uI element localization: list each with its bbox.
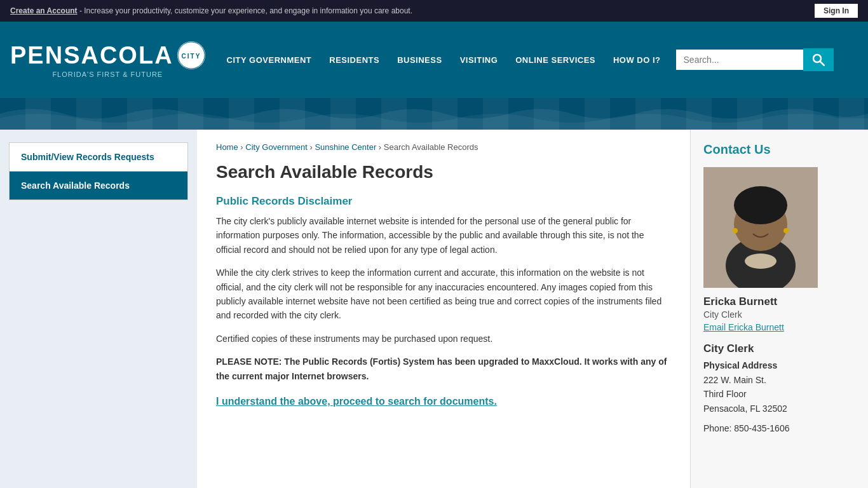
nav-link-business[interactable]: BUSINESS — [388, 22, 451, 98]
search-icon — [812, 53, 825, 66]
paragraph-3: Certified copies of these instruments ma… — [216, 332, 671, 346]
content-wrapper: Submit/View Records Requests Search Avai… — [0, 130, 868, 488]
nav-link-online-services[interactable]: ONLINE SERVICES — [506, 22, 604, 98]
nav-link-residents[interactable]: RESIDENTS — [320, 22, 388, 98]
sidebar-link-submit[interactable]: Submit/View Records Requests — [10, 143, 187, 171]
contact-role: City Clerk — [703, 309, 855, 320]
proceed-link[interactable]: I understand the above, proceed to searc… — [216, 396, 497, 407]
main-content: Home › City Government › Sunshine Center… — [197, 130, 690, 488]
breadcrumb-city-gov[interactable]: City Government — [245, 142, 308, 152]
breadcrumb-sep-3: › — [379, 142, 384, 152]
breadcrumb-current: Search Available Records — [384, 142, 478, 152]
svg-point-7 — [734, 186, 787, 224]
contact-address-title: Physical Address — [703, 360, 855, 370]
page-title: Search Available Records — [216, 162, 671, 182]
wave-banner — [0, 98, 868, 130]
top-bar-text: - Increase your productivity, customize … — [78, 6, 412, 15]
sidebar: Submit/View Records Requests Search Avai… — [0, 130, 197, 488]
svg-point-8 — [733, 228, 738, 233]
city-name: PENSACOLA — [10, 43, 173, 67]
logo-area: PENSACOLA CITY FLORIDA'S FIRST & FUTURE — [10, 41, 205, 78]
contact-email-link[interactable]: Email Ericka Burnett — [703, 322, 855, 332]
logo-text: PENSACOLA CITY — [10, 41, 205, 69]
nav-item-city-gov[interactable]: CITY GOVERNMENT — [218, 22, 321, 98]
sidebar-menu: Submit/View Records Requests Search Avai… — [9, 142, 188, 200]
paragraph-1: The city clerk's publicly available inte… — [216, 214, 671, 257]
nav-link-visiting[interactable]: VISITING — [451, 22, 507, 98]
svg-point-10 — [745, 254, 776, 269]
nav-item-how-do-i[interactable]: HOW DO I? — [604, 22, 670, 98]
disclaimer-title: Public Records Disclaimer — [216, 195, 671, 208]
breadcrumb-home[interactable]: Home — [216, 142, 238, 152]
svg-point-9 — [783, 228, 789, 233]
nav-link-city-gov[interactable]: CITY GOVERNMENT — [218, 22, 321, 98]
sidebar-link-search[interactable]: Search Available Records — [10, 172, 187, 200]
nav-items: CITY GOVERNMENT RESIDENTS BUSINESS VISIT… — [218, 22, 670, 98]
contact-name: Ericka Burnett — [703, 295, 855, 308]
header: PENSACOLA CITY FLORIDA'S FIRST & FUTURE … — [0, 22, 868, 98]
address-line2: Third Floor — [703, 389, 747, 399]
create-account-link[interactable]: Create an Account — [10, 6, 78, 15]
nav-item-online-services[interactable]: ONLINE SERVICES — [506, 22, 604, 98]
search-area — [676, 48, 834, 71]
logo-subtitle: FLORIDA'S FIRST & FUTURE — [52, 71, 163, 78]
svg-text:CITY: CITY — [181, 53, 201, 60]
top-bar-message: Create an Account - Increase your produc… — [10, 6, 412, 15]
city-seal: CITY — [177, 41, 205, 69]
breadcrumb-sunshine[interactable]: Sunshine Center — [315, 142, 376, 152]
contact-photo — [703, 167, 818, 288]
paragraph-2: While the city clerk strives to keep the… — [216, 266, 671, 323]
search-button[interactable] — [803, 48, 834, 71]
nav-item-visiting[interactable]: VISITING — [451, 22, 507, 98]
address-line3: Pensacola, FL 32502 — [703, 403, 787, 414]
note-text: PLEASE NOTE: The Public Records (Fortis)… — [216, 355, 671, 383]
right-panel: Contact Us Ericka Burnett City Cler — [690, 130, 868, 488]
contact-phone: Phone: 850-435-1606 — [703, 423, 855, 433]
breadcrumb: Home › City Government › Sunshine Center… — [216, 142, 671, 152]
sidebar-item-submit[interactable]: Submit/View Records Requests — [10, 143, 187, 172]
contact-section-title: City Clerk — [703, 342, 855, 355]
sidebar-item-search[interactable]: Search Available Records — [10, 172, 187, 200]
main-nav: CITY GOVERNMENT RESIDENTS BUSINESS VISIT… — [218, 22, 858, 98]
sign-in-button[interactable]: Sign In — [815, 4, 858, 18]
svg-line-3 — [820, 62, 824, 65]
contact-address: 222 W. Main St. Third Floor Pensacola, F… — [703, 373, 855, 416]
top-bar: Create an Account - Increase your produc… — [0, 0, 868, 22]
nav-item-business[interactable]: BUSINESS — [388, 22, 451, 98]
search-input[interactable] — [676, 50, 803, 70]
contact-title: Contact Us — [703, 142, 855, 157]
address-line1: 222 W. Main St. — [703, 375, 766, 385]
nav-item-residents[interactable]: RESIDENTS — [320, 22, 388, 98]
nav-link-how-do-i[interactable]: HOW DO I? — [604, 22, 670, 98]
